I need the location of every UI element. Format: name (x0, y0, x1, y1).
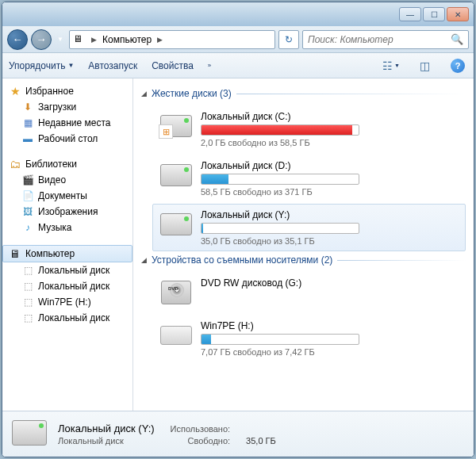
sidebar-item[interactable]: ⬇Загрузки (2, 99, 132, 115)
computer-icon: 🖥 (73, 33, 86, 46)
item-icon: ⬚ (21, 280, 34, 293)
item-icon: ⬚ (21, 264, 34, 277)
sidebar-item[interactable]: 🎬Видео (2, 172, 132, 188)
titlebar: — ☐ ✕ (2, 2, 474, 26)
capacity-bar (201, 124, 359, 136)
sidebar-item[interactable]: 📄Документы (2, 188, 132, 204)
details-free-label: Свободно: (171, 436, 231, 446)
organize-menu[interactable]: Упорядочить▼ (9, 60, 74, 71)
drive-icon (159, 160, 193, 190)
close-button[interactable]: ✕ (447, 7, 469, 21)
more-menu[interactable]: » (208, 62, 211, 69)
sidebar-item[interactable]: ⬚Локальный диск (2, 278, 132, 294)
view-options-button[interactable]: ☷▼ (382, 57, 401, 75)
item-icon: 🎬 (21, 174, 34, 186)
hard-disks-group[interactable]: ◢Жесткие диски (3) (141, 88, 466, 99)
minimize-button[interactable]: — (399, 7, 421, 21)
item-icon: ⬇ (21, 101, 34, 113)
address-bar[interactable]: 🖥 ▶ Компьютер ▶ (69, 30, 275, 49)
drive-item[interactable]: Локальный диск (C:)2,0 ГБ свободно из 58… (152, 105, 466, 153)
item-label: Загрузки (38, 101, 76, 113)
sidebar-item[interactable]: ♪Музыка (2, 220, 132, 235)
item-icon: ♪ (21, 221, 34, 234)
drive-name: Локальный диск (D:) (201, 160, 459, 171)
details-used-label: Использовано: (171, 424, 231, 434)
sidebar-item[interactable]: 🖼Изображения (2, 204, 132, 220)
content-pane: ◢Жесткие диски (3) Локальный диск (C:)2,… (133, 78, 474, 411)
sidebar-item[interactable]: ⬚Локальный диск (2, 262, 132, 278)
drive-icon (159, 111, 193, 141)
breadcrumb-computer[interactable]: Компьютер (102, 34, 152, 45)
item-icon: 🖼 (21, 205, 34, 218)
drive-icon (159, 320, 193, 350)
drive-name: Win7PE (H:) (201, 320, 459, 331)
back-button[interactable]: ← (7, 29, 28, 50)
item-label: Видео (38, 174, 66, 186)
refresh-button[interactable]: ↻ (278, 30, 299, 49)
drive-item[interactable]: DVDDVD RW дисковод (G:) (152, 272, 466, 313)
item-icon: ▦ (21, 117, 34, 129)
item-label: Изображения (38, 206, 98, 217)
navigation-pane: ★Избранное ⬇Загрузки▦Недавние места▬Рабо… (2, 78, 133, 411)
sidebar-favorites[interactable]: ★Избранное (2, 83, 132, 99)
sidebar-item[interactable]: ▦Недавние места (2, 115, 132, 131)
breadcrumb-separator[interactable]: ▶ (155, 36, 165, 44)
maximize-button[interactable]: ☐ (423, 7, 445, 21)
drive-item[interactable]: Локальный диск (Y:)35,0 ГБ свободно из 3… (152, 204, 466, 251)
command-bar: Упорядочить▼ Автозапуск Свойства » ☷▼ ◫ … (2, 53, 474, 78)
preview-pane-button[interactable]: ◫ (415, 57, 434, 75)
details-drive-name: Локальный диск (Y:) (58, 423, 155, 434)
item-label: Win7PE (H:) (38, 296, 91, 308)
item-label: Локальный диск (38, 265, 109, 276)
drive-status: 2,0 ГБ свободно из 58,5 ГБ (201, 138, 459, 147)
search-input[interactable] (308, 34, 451, 45)
details-drive-type: Локальный диск (58, 436, 155, 446)
autoplay-button[interactable]: Автозапуск (88, 60, 137, 71)
capacity-bar (201, 223, 359, 234)
drive-status: 35,0 ГБ свободно из 35,1 ГБ (201, 236, 459, 246)
breadcrumb-separator[interactable]: ▶ (89, 36, 99, 44)
drive-name: Локальный диск (Y:) (201, 209, 459, 220)
capacity-bar (201, 174, 359, 185)
drive-name: Локальный диск (C:) (201, 111, 459, 122)
item-label: Документы (38, 190, 87, 201)
item-icon: ▬ (21, 132, 34, 145)
sidebar-item[interactable]: ▬Рабочий стол (2, 131, 132, 147)
sidebar-libraries[interactable]: 🗂Библиотеки (2, 156, 132, 172)
drive-icon: DVD (159, 277, 193, 308)
sidebar-item[interactable]: ⬚Локальный диск (2, 310, 132, 326)
drive-status: 7,07 ГБ свободно из 7,42 ГБ (201, 347, 459, 357)
history-dropdown[interactable]: ▼ (55, 32, 66, 48)
navigation-bar: ← → ▼ 🖥 ▶ Компьютер ▶ ↻ 🔍 (2, 26, 474, 53)
item-icon: ⬚ (21, 312, 34, 324)
drive-status: 58,5 ГБ свободно из 371 ГБ (201, 187, 459, 197)
search-icon: 🔍 (451, 33, 463, 45)
item-icon: 📄 (21, 189, 34, 202)
sidebar-item[interactable]: ⬚Win7PE (H:) (2, 294, 132, 310)
properties-button[interactable]: Свойства (152, 60, 194, 71)
item-label: Музыка (38, 222, 71, 233)
item-icon: ⬚ (21, 296, 34, 308)
search-box[interactable]: 🔍 (302, 30, 469, 49)
sidebar-computer[interactable]: 🖥Компьютер (2, 245, 132, 262)
drive-icon (12, 420, 47, 449)
drive-name: DVD RW дисковод (G:) (201, 277, 459, 289)
item-label: Недавние места (38, 117, 110, 128)
forward-button[interactable]: → (31, 29, 52, 50)
explorer-window: — ☐ ✕ ← → ▼ 🖥 ▶ Компьютер ▶ ↻ 🔍 Упорядоч… (2, 2, 474, 457)
removable-group[interactable]: ◢Устройства со съемными носителями (2) (141, 254, 466, 266)
details-free-value: 35,0 ГБ (246, 436, 276, 446)
drive-icon (159, 209, 193, 239)
drive-item[interactable]: Локальный диск (D:)58,5 ГБ свободно из 3… (152, 155, 466, 202)
item-label: Локальный диск (38, 312, 109, 323)
capacity-bar (201, 334, 359, 345)
details-pane: Локальный диск (Y:) Использовано: Локаль… (2, 411, 474, 457)
item-label: Локальный диск (38, 281, 109, 292)
help-button[interactable]: ? (448, 57, 467, 75)
item-label: Рабочий стол (38, 133, 98, 144)
drive-item[interactable]: Win7PE (H:)7,07 ГБ свободно из 7,42 ГБ (152, 315, 466, 362)
